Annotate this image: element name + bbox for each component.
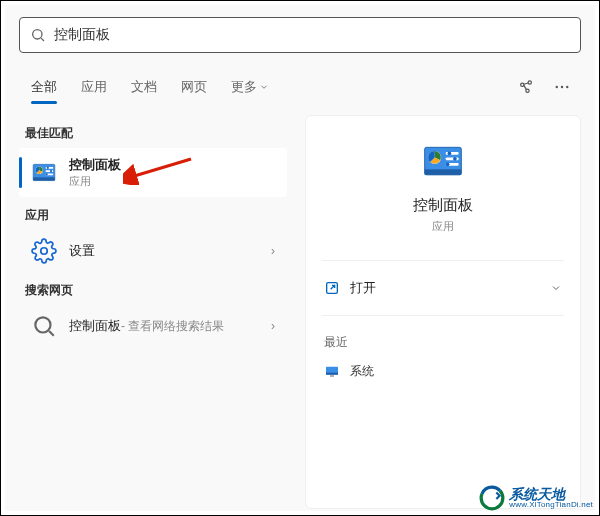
recent-item-label: 系统 <box>350 363 374 380</box>
watermark-cn: 系统天地 <box>509 487 593 501</box>
svg-line-6 <box>524 83 529 84</box>
search-panel: 全部 应用 文档 网页 更多 最佳匹配 控制面板 <box>5 5 595 511</box>
svg-line-5 <box>524 85 527 90</box>
divider <box>322 315 564 316</box>
preview-title: 控制面板 <box>413 196 473 215</box>
settings-icon <box>31 238 57 264</box>
section-search-web: 搜索网页 <box>19 272 287 305</box>
svg-line-1 <box>41 38 44 41</box>
tab-web[interactable]: 网页 <box>169 70 219 104</box>
result-subtitle: 应用 <box>69 174 275 189</box>
search-bar[interactable] <box>19 17 581 53</box>
results-column: 最佳匹配 控制面板 应用 应用 设置 › 搜索网页 <box>19 115 287 509</box>
monitor-icon <box>324 364 340 380</box>
action-open-label: 打开 <box>350 279 376 297</box>
tabs-right <box>515 76 581 98</box>
svg-point-3 <box>528 81 531 84</box>
more-icon[interactable] <box>551 76 573 98</box>
result-app-settings[interactable]: 设置 › <box>19 230 287 272</box>
preview-pane: 控制面板 应用 打开 最近 系统 <box>305 115 581 509</box>
recent-header: 最近 <box>322 328 564 359</box>
result-web-search[interactable]: 控制面板 - 查看网络搜索结果 › <box>19 305 287 347</box>
chevron-right-icon: › <box>271 244 275 258</box>
tab-more[interactable]: 更多 <box>219 70 281 104</box>
search-icon <box>30 27 46 43</box>
watermark: 系统天地 www.XiTongTianDi.net <box>479 485 593 511</box>
preview-header: 控制面板 应用 <box>322 134 564 248</box>
svg-point-2 <box>521 83 524 86</box>
recent-item-system[interactable]: 系统 <box>322 359 564 384</box>
svg-line-21 <box>49 331 54 336</box>
open-icon <box>324 280 340 296</box>
svg-point-19 <box>41 248 48 255</box>
tab-documents[interactable]: 文档 <box>119 70 169 104</box>
svg-point-9 <box>566 86 568 88</box>
tabs-row: 全部 应用 文档 网页 更多 <box>19 69 581 105</box>
svg-rect-34 <box>330 375 334 376</box>
watermark-icon <box>479 485 505 511</box>
search-input[interactable] <box>54 27 570 43</box>
svg-point-17 <box>50 170 52 172</box>
tab-more-label: 更多 <box>231 78 257 96</box>
result-best-match[interactable]: 控制面板 应用 <box>19 148 287 197</box>
content-columns: 最佳匹配 控制面板 应用 应用 设置 › 搜索网页 <box>19 115 581 509</box>
result-title: 设置 <box>69 242 259 260</box>
svg-rect-11 <box>33 177 55 180</box>
tab-all[interactable]: 全部 <box>19 70 69 104</box>
preview-subtitle: 应用 <box>432 219 454 234</box>
control-panel-icon <box>31 160 57 186</box>
result-texts: 控制面板 应用 <box>69 156 275 189</box>
watermark-en: www.XiTongTianDi.net <box>509 501 593 509</box>
svg-point-29 <box>453 157 457 161</box>
svg-point-7 <box>556 86 558 88</box>
svg-rect-23 <box>425 169 462 175</box>
chevron-right-icon: › <box>271 319 275 333</box>
svg-rect-33 <box>326 372 338 374</box>
divider <box>322 260 564 261</box>
window-frame: 全部 应用 文档 网页 更多 最佳匹配 控制面板 <box>0 0 600 516</box>
result-title: 控制面板 <box>69 156 275 174</box>
svg-point-30 <box>446 162 450 166</box>
control-panel-icon <box>421 140 465 184</box>
svg-point-8 <box>561 86 563 88</box>
svg-point-0 <box>33 30 42 39</box>
section-best-match: 最佳匹配 <box>19 115 287 148</box>
svg-point-20 <box>35 317 50 332</box>
result-title: 控制面板 <box>69 317 121 335</box>
action-open[interactable]: 打开 <box>322 273 564 303</box>
chevron-down-icon <box>259 82 269 92</box>
result-suffix: - 查看网络搜索结果 <box>121 318 224 335</box>
svg-point-28 <box>448 151 452 155</box>
chevron-down-icon[interactable] <box>550 282 562 294</box>
share-icon[interactable] <box>515 76 537 98</box>
tab-apps[interactable]: 应用 <box>69 70 119 104</box>
svg-point-16 <box>47 166 49 168</box>
search-icon <box>31 313 57 339</box>
svg-point-18 <box>46 173 48 175</box>
section-apps: 应用 <box>19 197 287 230</box>
